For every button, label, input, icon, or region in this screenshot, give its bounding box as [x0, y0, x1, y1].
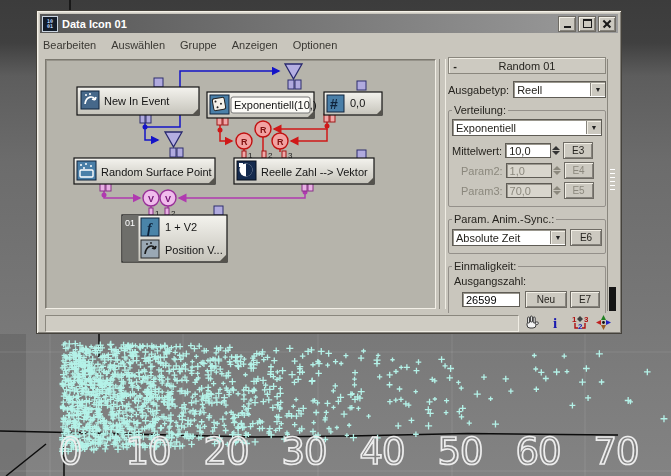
- output-type-label: Ausgabetyp:: [448, 84, 509, 96]
- info-button[interactable]: i: [547, 314, 564, 331]
- svg-text:2: 2: [578, 322, 583, 331]
- app-icon: 1001: [42, 16, 58, 32]
- svg-text:R: R: [277, 137, 284, 147]
- node-operator[interactable]: 01 f 1 + V2 Position V...: [122, 215, 227, 262]
- seed-label: Ausgangszahl:: [454, 275, 602, 287]
- mean-label: Mittelwert:: [452, 145, 502, 157]
- window-title: Data Icon 01: [62, 18, 127, 30]
- node-random-surface-point[interactable]: Random Surface Point: [74, 158, 215, 184]
- param3-label: Param3:: [461, 185, 503, 197]
- svg-text:Reelle Zahl --> Vektor: Reelle Zahl --> Vektor: [261, 166, 368, 178]
- svg-text:R: R: [241, 137, 248, 147]
- param2-field: 1,0: [506, 163, 552, 178]
- node-exponentiell[interactable]: Exponentiell(10,): [207, 92, 317, 118]
- node-graph-canvas[interactable]: 1 2 3 1 2 New In Event: [45, 59, 436, 309]
- chevron-down-icon[interactable]: ▼: [590, 83, 605, 96]
- svg-text:Position V...: Position V...: [165, 244, 223, 256]
- node-real-to-vector[interactable]: Reelle Zahl --> Vektor: [234, 158, 374, 184]
- panel-splitter[interactable]: [439, 59, 446, 309]
- close-button[interactable]: [598, 16, 616, 32]
- node-new-in-event[interactable]: New In Event: [77, 87, 199, 115]
- panel-scrollbar-thumb[interactable]: [609, 287, 616, 311]
- param2-label: Param2:: [461, 165, 503, 177]
- minimize-icon: [564, 26, 571, 28]
- output-type-dropdown[interactable]: Reell ▼: [513, 81, 606, 98]
- rollout-collapse-icon[interactable]: -: [449, 60, 461, 72]
- anim-sync-group: Param. Anim.-Sync.: Absolute Zeit ▼ E6: [448, 213, 606, 254]
- info-icon: i: [547, 314, 564, 331]
- param3-expose-button: E5: [564, 182, 594, 199]
- chevron-down-icon[interactable]: ▼: [550, 231, 565, 244]
- menu-anzeigen[interactable]: Anzeigen: [232, 39, 278, 51]
- param3-field: 70,0: [506, 183, 552, 198]
- titlebar[interactable]: 1001 Data Icon 01: [40, 14, 618, 33]
- depth-order-button[interactable]: 1 3 2: [571, 314, 588, 331]
- menu-optionen[interactable]: Optionen: [293, 39, 338, 51]
- pan-tool-button[interactable]: [523, 314, 540, 331]
- rollout-title: Random 01: [461, 60, 593, 72]
- maximize-button[interactable]: [578, 16, 596, 32]
- sync-expose-button[interactable]: E6: [570, 229, 602, 246]
- svg-text:V: V: [148, 194, 154, 204]
- menu-bearbeiten[interactable]: Bearbeiten: [43, 39, 96, 51]
- panel-scrollbar[interactable]: [607, 59, 617, 311]
- param3-spinner: [553, 186, 562, 195]
- desktop: { "window": { "title": "Data Icon 01", "…: [0, 0, 671, 476]
- anim-sync-dropdown[interactable]: Absolute Zeit ▼: [452, 229, 566, 246]
- parameters-panel: - Random 01 Ausgabetyp: Reell ▼ Verteilu…: [448, 57, 606, 313]
- svg-text:1 + V2: 1 + V2: [165, 221, 197, 233]
- distribution-dropdown[interactable]: Exponentiell ▼: [452, 119, 602, 136]
- svg-text:01: 01: [125, 218, 135, 228]
- svg-text:1: 1: [572, 315, 577, 324]
- menu-gruppe[interactable]: Gruppe: [180, 39, 217, 51]
- svg-text:0,0: 0,0: [350, 97, 365, 109]
- svg-text:i: i: [553, 315, 557, 331]
- mean-spinner[interactable]: [552, 146, 561, 155]
- svg-text:R: R: [260, 125, 267, 135]
- event-connector-triangle[interactable]: [285, 64, 302, 79]
- compass-icon: [595, 314, 612, 331]
- new-seed-button[interactable]: Neu: [525, 291, 567, 308]
- svg-text:New In Event: New In Event: [104, 95, 169, 107]
- menu-bar: Bearbeiten Auswählen Gruppe Anzeigen Opt…: [43, 36, 615, 53]
- minimize-button[interactable]: [558, 16, 576, 32]
- distribution-group: Verteilung: Exponentiell ▼ Mittelwert: 1…: [448, 104, 606, 207]
- panel-grip[interactable]: [610, 169, 615, 191]
- event-connector-triangle[interactable]: [165, 132, 182, 147]
- position-icon: [141, 240, 159, 258]
- recenter-button[interactable]: [595, 314, 612, 331]
- mean-expose-button[interactable]: E3: [563, 142, 593, 159]
- param2-spinner: [553, 166, 562, 175]
- node-number[interactable]: # 0,0: [324, 92, 382, 115]
- seed-expose-button[interactable]: E7: [570, 291, 600, 308]
- value-ports-magenta[interactable]: [100, 183, 313, 215]
- wire-magenta-vector: [102, 189, 308, 209]
- data-icon-window: 1001 Data Icon 01 Bearbeiten Auswählen G…: [36, 10, 622, 334]
- svg-text:V: V: [165, 194, 171, 204]
- mean-field[interactable]: 10,0: [505, 143, 551, 158]
- seed-input[interactable]: [462, 292, 520, 307]
- uniqueness-group: Einmaligkeit: Ausgangszahl: Neu E7: [448, 260, 606, 313]
- svg-text:Exponentiell(10,): Exponentiell(10,): [234, 99, 317, 111]
- depth-order-icon: 1 3 2: [571, 314, 588, 331]
- svg-text:#: #: [330, 96, 338, 112]
- maximize-icon: [583, 19, 592, 28]
- chevron-down-icon[interactable]: ▼: [586, 121, 601, 134]
- param2-expose-button: E4: [564, 162, 594, 179]
- pan-hand-icon: [523, 314, 540, 331]
- svg-text:3: 3: [584, 315, 588, 324]
- status-message-field: [45, 315, 519, 332]
- rollout-random01[interactable]: - Random 01: [448, 57, 606, 74]
- svg-text:Random Surface Point: Random Surface Point: [101, 166, 212, 178]
- menu-auswaehlen[interactable]: Auswählen: [111, 39, 165, 51]
